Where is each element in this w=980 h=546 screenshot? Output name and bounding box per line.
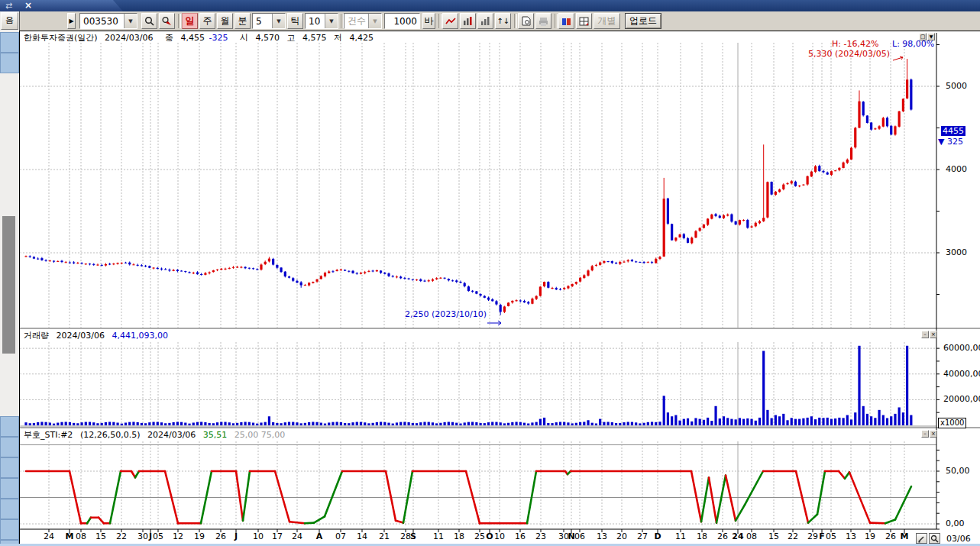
sti-axis-label: 0,00 [946,519,965,528]
x-axis-label: 10 [253,531,264,541]
open-value: 4,570 [255,33,280,43]
chevron-down-icon[interactable]: ▼ [325,14,338,28]
chevron-down-icon[interactable]: ▼ [124,14,137,28]
volume-date: 2024/03/06 [57,331,105,341]
draw-tool-button[interactable] [916,533,927,544]
pencil-icon [917,535,926,543]
chart-tab[interactable] [0,0,124,11]
x-axis-label: 13 [846,531,856,541]
search-history-button[interactable] [159,13,175,29]
toolbar-separator [178,14,181,28]
x-axis-label: 21 [379,531,390,541]
chevron-down-icon: ▼ [368,14,381,28]
volume-chart-button[interactable] [477,13,493,29]
line-chart-type-button[interactable] [442,13,458,29]
pane-close-button[interactable]: × [930,430,937,438]
pane-restore-button[interactable]: ▢ [919,33,927,40]
dock-cell[interactable] [0,32,19,53]
search-button[interactable] [141,13,157,29]
grid-view-button[interactable] [576,13,592,29]
pane-menu-button[interactable]: ▼ [927,33,935,40]
pane-minimize-button[interactable]: – [921,430,929,438]
count-combobox: 건수 ▼ [344,13,382,29]
bar-count-input[interactable] [384,13,420,29]
x-axis-label: 15 [95,531,106,541]
chart-area: 한화투자증권(일간) 2024/03/06 종 4,455 -325 시 4,5… [19,31,980,544]
book-view-button[interactable] [558,13,574,29]
chevron-down-icon[interactable]: ▼ [272,14,285,28]
search-icon [930,535,939,543]
x-axis-label: 24 [292,531,302,541]
toolbar-separator [555,14,558,28]
pane-close-button[interactable]: × [930,331,937,338]
volume-unit-box: x1000 [938,418,966,428]
volume-axis-label: 40000,00 [943,369,980,379]
dock-cell[interactable] [0,53,19,73]
x-axis-label: 15 [768,531,779,541]
stock-code-combobox[interactable]: 003530 ▼ [79,13,137,29]
close-value: 4,455 [181,33,205,43]
toolbar-separator [514,14,517,28]
price-pane-header: 한화투자증권(일간) 2024/03/06 종 4,455 -325 시 4,5… [24,32,378,44]
bar-chart-red-icon [463,16,473,26]
period-month-button[interactable]: 월 [217,13,233,29]
window-tab-bar: ⇄ × [0,0,980,11]
low-point-annotation: 2,250 (2023/10/10) [405,309,487,319]
expand-arrow-button[interactable]: ▶ [67,13,76,29]
period-week-button[interactable]: 주 [199,13,215,29]
x-axis-label: J [149,531,152,541]
dock-cell[interactable] [0,437,19,457]
x-axis-label: M [901,531,909,541]
zoom-tool-button[interactable] [929,533,940,544]
high-label: 고 [286,33,295,43]
price-axis-label: 3000 [946,247,967,257]
grid-icon [579,17,589,26]
dock-cell[interactable] [0,416,19,437]
price-axis-label: 5000 [946,81,967,91]
tick-interval-combobox[interactable]: 10 ▼ [305,13,338,29]
high-percent-annotation: H: -16,42% [832,39,878,49]
x-axis-label: 05 [153,531,163,541]
period-tick-button[interactable]: 틱 [287,13,303,29]
indicator-chart-button[interactable] [460,13,476,29]
close-icon: × [931,431,936,437]
minimize-icon: – [923,431,927,437]
x-axis-label: 26 [717,531,728,541]
period-day-button[interactable]: 일 [182,13,198,29]
x-axis-label: 22 [788,531,798,541]
dock-cell[interactable] [0,457,19,478]
x-axis-label: F [819,531,825,541]
dock-cell[interactable] [0,478,19,499]
price-axis-label: 4000 [946,164,967,174]
x-axis-label: 19 [194,531,205,541]
bar-unit-button[interactable]: 바 [422,13,435,29]
period-minute-button[interactable]: 분 [234,13,251,29]
x-axis-label: 27 [637,531,648,541]
high-value: 4,575 [302,33,327,43]
upload-button[interactable]: 업로드 [625,13,661,29]
vertical-scrollbar-thumb[interactable] [2,216,15,354]
x-axis-label: 13 [597,531,607,541]
minute-interval-value: 5 [253,16,272,27]
sti-value: 35,51 [203,430,228,440]
minute-interval-combobox[interactable]: 5 ▼ [252,13,286,29]
save-image-button[interactable] [518,13,534,29]
tab-close-icon[interactable]: × [24,0,32,11]
sort-toggle-button[interactable]: ↑↓ [495,13,511,29]
x-axis-label: 22 [116,531,127,541]
x-axis-label: 12 [173,531,183,541]
volume-axis-label: 60000,00 [943,343,980,353]
restore-icon: ▢ [920,34,926,40]
dock-toggle-button[interactable]: 음 [1,12,18,30]
x-axis-label: 08 [76,531,86,541]
search-icon [144,16,154,26]
individual-button: 개별 [593,13,620,29]
x-axis-label: M [66,531,74,541]
x-axis-label: 11 [433,531,444,541]
sti-bands: 25,00 75,00 [234,430,285,440]
pane-minimize-button[interactable]: – [921,331,929,338]
count-label: 건수 [344,15,368,27]
dock-cell[interactable] [0,519,19,540]
x-axis-label: 26 [215,531,226,541]
dock-cell[interactable] [0,499,19,519]
